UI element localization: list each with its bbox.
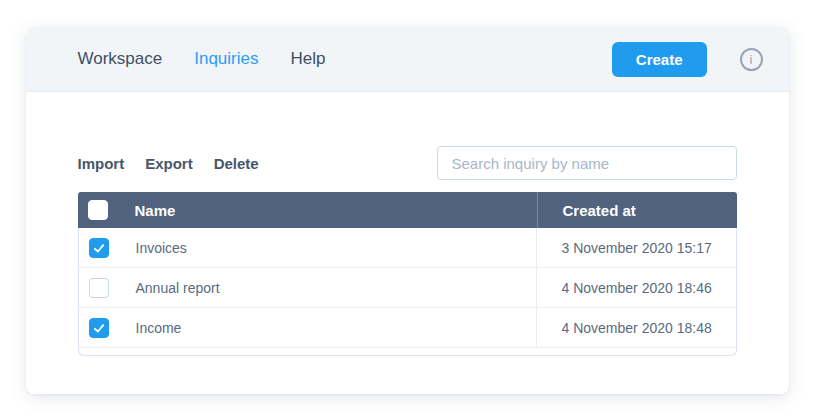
nav-item-help[interactable]: Help (290, 49, 325, 69)
table-body: Invoices 3 November 2020 15:17 Annua (79, 228, 736, 348)
row-checkbox-cell (79, 238, 136, 258)
action-links: Import Export Delete (78, 155, 259, 172)
inquiries-page: Import Export Delete Name Created at (26, 92, 789, 356)
import-link[interactable]: Import (78, 155, 125, 172)
table-row[interactable]: Income 4 November 2020 18:48 (79, 308, 736, 348)
row-name: Annual report (136, 280, 536, 296)
nav-item-workspace[interactable]: Workspace (78, 49, 163, 69)
info-icon-glyph: i (750, 52, 753, 67)
row-checkbox-cell (79, 278, 136, 298)
table-row[interactable]: Annual report 4 November 2020 18:46 (79, 268, 736, 308)
row-name: Invoices (136, 240, 536, 256)
row-checkbox[interactable] (89, 238, 109, 258)
row-checkbox-cell (79, 318, 136, 338)
row-created-at: 3 November 2020 15:17 (536, 228, 736, 267)
delete-link[interactable]: Delete (214, 155, 259, 172)
app-card: Workspace Inquiries Help Create i Import… (26, 27, 789, 394)
row-checkbox[interactable] (89, 318, 109, 338)
check-icon (92, 241, 106, 255)
main-nav: Workspace Inquiries Help (78, 49, 326, 69)
table-row[interactable]: Invoices 3 November 2020 15:17 (79, 228, 736, 268)
row-checkbox[interactable] (89, 278, 109, 298)
column-header-name: Name (135, 202, 537, 219)
export-link[interactable]: Export (145, 155, 193, 172)
column-header-created-at: Created at (537, 192, 737, 228)
top-navbar: Workspace Inquiries Help Create i (26, 27, 789, 92)
create-button[interactable]: Create (612, 42, 707, 77)
table-footer-spacer (79, 348, 736, 355)
inquiries-table: Name Created at Invoices (78, 192, 737, 356)
info-icon[interactable]: i (740, 48, 763, 71)
search-input[interactable] (437, 146, 737, 180)
nav-item-inquiries[interactable]: Inquiries (194, 49, 258, 69)
toolbar: Import Export Delete (78, 146, 737, 180)
row-name: Income (136, 320, 536, 336)
row-created-at: 4 November 2020 18:46 (536, 268, 736, 307)
table-header-row: Name Created at (78, 192, 737, 228)
check-icon (92, 321, 106, 335)
select-all-checkbox[interactable] (88, 200, 108, 220)
select-all-cell (78, 200, 135, 220)
row-created-at: 4 November 2020 18:48 (536, 308, 736, 347)
